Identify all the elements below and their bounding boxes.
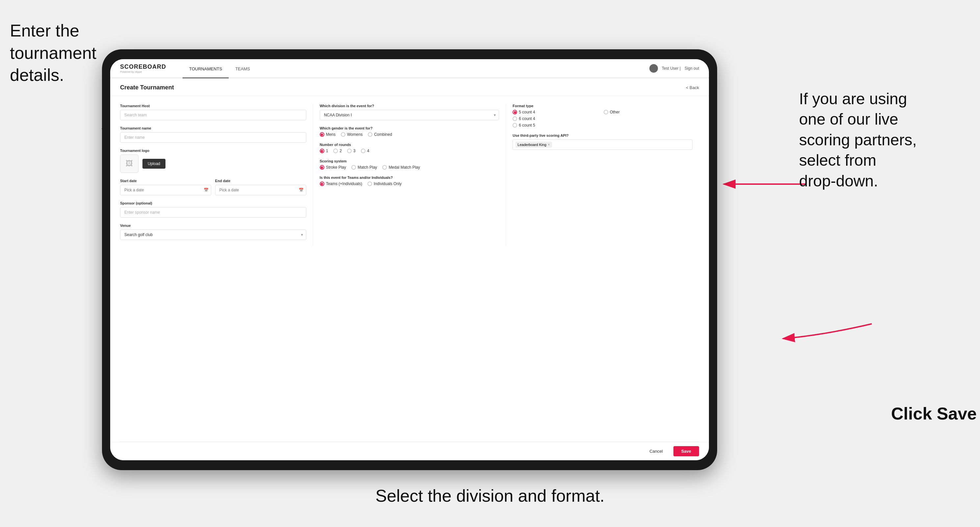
individuals-only-radio[interactable]	[368, 181, 372, 186]
tab-tournaments[interactable]: TOURNAMENTS	[183, 60, 229, 78]
form-col-2: Which division is the event for? NCAA Di…	[313, 104, 506, 246]
gender-label: Which gender is the event for?	[320, 126, 500, 130]
rounds-label: Number of rounds	[320, 143, 500, 147]
format-other[interactable]: Other	[604, 110, 692, 114]
start-date-group: Start date 📅	[120, 179, 211, 195]
gender-womens[interactable]: Womens	[341, 132, 363, 137]
venue-select[interactable]: Search golf club	[120, 230, 306, 240]
division-select[interactable]: NCAA Division I	[320, 110, 500, 120]
end-calendar-icon: 📅	[299, 188, 304, 192]
end-date-input[interactable]	[215, 185, 306, 195]
leaderboard-king-tag: Leaderboard King ×	[515, 142, 552, 148]
tournament-host-label: Tournament Host	[120, 104, 306, 108]
gender-mens-radio[interactable]	[320, 132, 325, 137]
venue-select-wrapper: Search golf club	[120, 230, 306, 240]
powered-by: Powered by clippd	[120, 70, 166, 73]
teams-label: Is this event for Teams and/or Individua…	[320, 176, 500, 179]
tournament-name-label: Tournament name	[120, 126, 306, 130]
gender-combined-radio[interactable]	[368, 132, 372, 137]
format-6count5[interactable]: 6 count 5	[512, 123, 601, 127]
scoring-system-label: Scoring system	[320, 159, 500, 163]
save-button[interactable]: Save	[673, 446, 699, 456]
format-5count4[interactable]: 5 count 4	[512, 110, 601, 114]
gender-combined[interactable]: Combined	[368, 132, 392, 137]
rounds-2-radio[interactable]	[333, 149, 338, 153]
annotation-live-scoring: If you are using one of our live scoring…	[799, 89, 977, 191]
rounds-4[interactable]: 4	[361, 149, 369, 153]
format-5count4-radio[interactable]	[512, 110, 517, 114]
division-label: Which division is the event for?	[320, 104, 500, 108]
scoring-radio-group: Stroke Play Match Play Medal Match Play	[320, 165, 500, 170]
sponsor-input[interactable]	[120, 207, 306, 217]
format-type-label: Format type	[512, 104, 692, 108]
tournament-logo-label: Tournament logo	[120, 149, 306, 152]
individuals-only[interactable]: Individuals Only	[368, 181, 402, 186]
rounds-4-radio[interactable]	[361, 149, 366, 153]
logo-placeholder: 🖼	[120, 154, 138, 173]
division-group: Which division is the event for? NCAA Di…	[320, 104, 500, 120]
dates-group: Start date 📅 End date 📅	[120, 179, 306, 195]
form-col-3: Format type 5 count 4 Other 6 count 4	[506, 104, 699, 246]
rounds-group: Number of rounds 1 2 3	[320, 143, 500, 153]
rounds-2[interactable]: 2	[333, 149, 342, 153]
annotation-enter-tournament: Enter the tournament details.	[10, 20, 96, 86]
scoring-stroke-play[interactable]: Stroke Play	[320, 165, 346, 170]
user-avatar	[649, 64, 658, 73]
tournament-name-group: Tournament name	[120, 126, 306, 143]
scoring-stroke-play-radio[interactable]	[320, 165, 325, 170]
format-other-radio[interactable]	[604, 110, 608, 114]
gender-womens-radio[interactable]	[341, 132, 345, 137]
user-name: Test User |	[662, 66, 681, 71]
tablet-screen: SCOREBOARD Powered by clippd TOURNAMENTS…	[110, 59, 709, 460]
sponsor-group: Sponsor (optional)	[120, 201, 306, 217]
navbar-tabs: TOURNAMENTS TEAMS	[183, 59, 256, 78]
scoring-medal-match-play[interactable]: Medal Match Play	[382, 165, 420, 170]
tournament-name-input[interactable]	[120, 132, 306, 143]
annotation-click-save: Click Save	[891, 403, 977, 425]
start-calendar-icon: 📅	[204, 188, 208, 192]
format-empty1	[604, 116, 692, 121]
tournament-logo-group: Tournament logo 🖼 Upload	[120, 149, 306, 173]
format-type-group: Format type 5 count 4 Other 6 count 4	[512, 104, 692, 127]
end-date-group: End date 📅	[215, 179, 306, 195]
start-date-wrapper: 📅	[120, 185, 211, 195]
gender-radio-group: Mens Womens Combined	[320, 132, 500, 137]
live-scoring-label: Use third-party live scoring API?	[512, 133, 692, 137]
cancel-button[interactable]: Cancel	[643, 446, 669, 456]
format-6count5-radio[interactable]	[512, 123, 517, 127]
gender-mens[interactable]: Mens	[320, 132, 336, 137]
form-col-1: Tournament Host Tournament name Tourname…	[120, 104, 313, 246]
teams-plus-individuals[interactable]: Teams (+Individuals)	[320, 181, 362, 186]
sign-out-link[interactable]: Sign out	[684, 66, 699, 71]
tab-teams[interactable]: TEAMS	[229, 60, 256, 78]
page-title: Create Tournament	[120, 84, 174, 91]
upload-button[interactable]: Upload	[142, 159, 165, 169]
form-spacer	[110, 254, 709, 441]
start-date-label: Start date	[120, 179, 211, 183]
scoring-medal-match-play-radio[interactable]	[382, 165, 387, 170]
navbar: SCOREBOARD Powered by clippd TOURNAMENTS…	[110, 59, 709, 78]
scoring-match-play-radio[interactable]	[352, 165, 356, 170]
rounds-1[interactable]: 1	[320, 149, 328, 153]
navbar-right: Test User | Sign out	[649, 64, 699, 73]
format-6count4-radio[interactable]	[512, 116, 517, 121]
tournament-host-input[interactable]	[120, 110, 306, 120]
teams-radio-group: Teams (+Individuals) Individuals Only	[320, 181, 500, 186]
scoring-match-play[interactable]: Match Play	[352, 165, 377, 170]
start-date-input[interactable]	[120, 185, 211, 195]
create-tournament-form: Tournament Host Tournament name Tourname…	[110, 96, 709, 254]
division-select-wrapper: NCAA Division I	[320, 110, 500, 120]
tablet-device: SCOREBOARD Powered by clippd TOURNAMENTS…	[102, 49, 717, 470]
live-scoring-input[interactable]: Leaderboard King ×	[512, 140, 692, 150]
rounds-1-radio[interactable]	[320, 149, 325, 153]
back-button[interactable]: < Back	[686, 85, 699, 90]
sponsor-label: Sponsor (optional)	[120, 201, 306, 205]
teams-plus-radio[interactable]	[320, 181, 325, 186]
format-type-options: 5 count 4 Other 6 count 4	[512, 110, 692, 127]
rounds-3-radio[interactable]	[347, 149, 352, 153]
format-6count4[interactable]: 6 count 4	[512, 116, 601, 121]
venue-group: Venue Search golf club	[120, 224, 306, 240]
rounds-3[interactable]: 3	[347, 149, 356, 153]
scoring-system-group: Scoring system Stroke Play Match Play	[320, 159, 500, 170]
remove-tag-button[interactable]: ×	[548, 142, 550, 147]
